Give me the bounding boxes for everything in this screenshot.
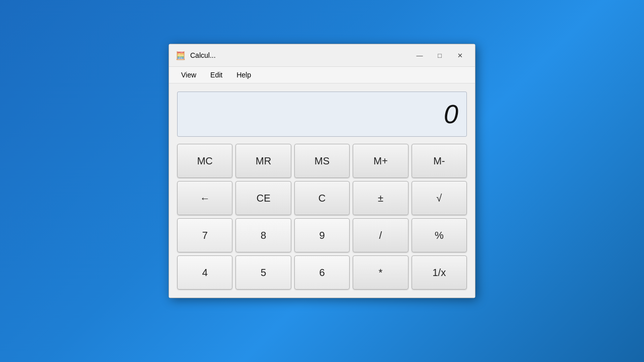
menu-edit[interactable]: Edit <box>204 69 228 81</box>
row-456: 4 5 6 * 1/x <box>177 255 467 290</box>
button-sqrt[interactable]: √ <box>412 181 467 215</box>
button-plusminus[interactable]: ± <box>353 181 408 215</box>
button-percent[interactable]: % <box>412 218 467 252</box>
menu-bar: View Edit Help <box>169 67 475 83</box>
minimize-button[interactable]: — <box>411 48 429 62</box>
calculator-window: 🧮 Calcul... — □ ✕ View Edit Help 0 MC MR… <box>169 44 475 298</box>
row-789: 7 8 9 / % <box>177 218 467 252</box>
calculator-body: 0 MC MR MS M+ M- ← CE C ± √ 7 <box>169 83 475 298</box>
button-8[interactable]: 8 <box>235 218 291 252</box>
button-multiply[interactable]: * <box>353 255 408 290</box>
button-mminus[interactable]: M- <box>412 144 467 178</box>
menu-help[interactable]: Help <box>230 69 257 81</box>
button-mr[interactable]: MR <box>235 144 291 178</box>
button-mc[interactable]: MC <box>177 144 232 178</box>
memory-row: MC MR MS M+ M- <box>177 144 467 178</box>
button-4[interactable]: 4 <box>177 255 232 290</box>
button-ms[interactable]: MS <box>294 144 350 178</box>
button-5[interactable]: 5 <box>235 255 291 290</box>
calculator-display: 0 <box>177 92 467 137</box>
button-divide[interactable]: / <box>353 218 408 252</box>
menu-view[interactable]: View <box>175 69 202 81</box>
button-7[interactable]: 7 <box>177 218 232 252</box>
title-bar: 🧮 Calcul... — □ ✕ <box>169 44 475 67</box>
window-controls: — □ ✕ <box>411 48 469 62</box>
button-reciprocal[interactable]: 1/x <box>412 255 467 290</box>
app-icon: 🧮 <box>175 50 186 61</box>
button-c[interactable]: C <box>294 181 350 215</box>
ops-row: ← CE C ± √ <box>177 181 467 215</box>
button-6[interactable]: 6 <box>294 255 350 290</box>
button-backspace[interactable]: ← <box>177 181 232 215</box>
maximize-button[interactable]: □ <box>431 48 449 62</box>
display-value: 0 <box>444 99 458 129</box>
button-9[interactable]: 9 <box>294 218 350 252</box>
window-title: Calcul... <box>190 51 407 59</box>
button-grid: MC MR MS M+ M- ← CE C ± √ 7 8 9 / % <box>177 144 467 290</box>
button-mplus[interactable]: M+ <box>353 144 408 178</box>
button-ce[interactable]: CE <box>235 181 291 215</box>
close-button[interactable]: ✕ <box>451 48 469 62</box>
